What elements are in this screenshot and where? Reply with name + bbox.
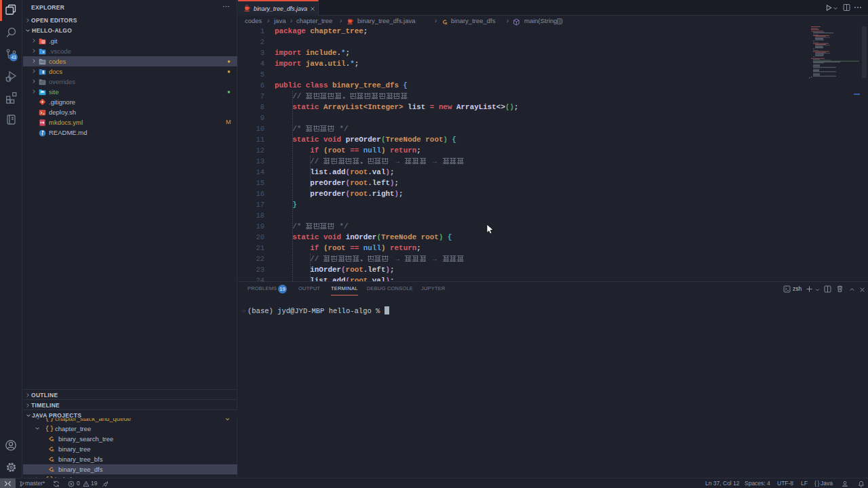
svg-text:43: 43 — [11, 55, 16, 60]
